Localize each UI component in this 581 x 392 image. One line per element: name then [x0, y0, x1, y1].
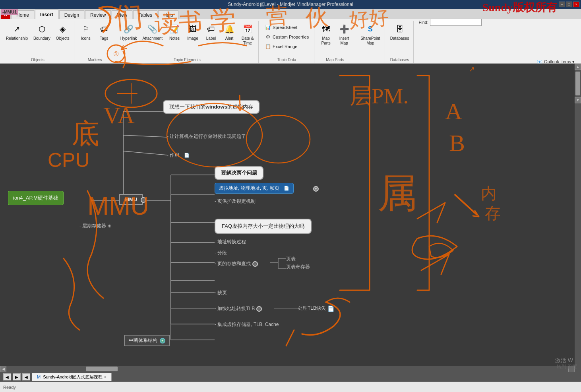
- node-faq[interactable]: FAQ虚拟内存大小一定比物理的大吗: [215, 219, 312, 234]
- map-parts-button[interactable]: 🗺 MapParts: [318, 21, 334, 47]
- tab-help[interactable]: Help: [158, 10, 178, 19]
- node-chuli-tlb[interactable]: 处理TLB缺失 📄: [298, 305, 334, 312]
- tab-label: Sundy-Android嵌入式底层课程: [43, 374, 103, 380]
- relationship-button[interactable]: ↗ Relationship: [4, 21, 30, 42]
- zuoyong-text: - 作用: [167, 152, 179, 158]
- ribbon-group-sharepoint: S SharePointMap: [356, 21, 385, 63]
- node-lianjing[interactable]: 联想一下我们的windows的虚拟内存: [163, 100, 260, 114]
- tab-view[interactable]: View: [112, 10, 132, 19]
- activation-link[interactable]: 转到 设置: [557, 363, 577, 370]
- databases-button[interactable]: 🗄 Databases: [388, 21, 411, 42]
- databases-items: 🗄 Databases: [388, 21, 411, 57]
- ribbon: S Home Insert Design Review View Tables …: [0, 9, 581, 64]
- ribbon-group-topic-data: 📊 Spreadsheet ⚙ Custom Properties 📋 Exce…: [260, 21, 314, 63]
- databases-label: Databases: [390, 36, 409, 41]
- bottom-tab-bar: ◀ ▶ ◀ M Sundy-Android嵌入式底层课程 ×: [0, 372, 581, 382]
- jiakuai-collapse[interactable]: −: [256, 306, 262, 312]
- root-node-text: ion4_AP.M硬件基础: [13, 195, 58, 201]
- relationship-label: Relationship: [6, 36, 28, 41]
- node-jisuan[interactable]: - 让计算机在运行存储时候出现问题了: [167, 133, 246, 140]
- spreadsheet-label: Spreadsheet: [273, 25, 297, 30]
- icons-button[interactable]: ⚐ Icons: [77, 21, 94, 42]
- node-jiakuai[interactable]: - 加快地址转换TLB −: [215, 305, 262, 312]
- label-button[interactable]: 🏷 Label: [203, 21, 219, 42]
- sharepoint-button[interactable]: S SharePointMap: [358, 21, 382, 47]
- document-tab[interactable]: M Sundy-Android嵌入式底层课程 ×: [32, 373, 112, 381]
- tab-tables[interactable]: Tables: [133, 10, 157, 19]
- date-button[interactable]: 📅 Date &Time: [239, 21, 256, 47]
- node-yebaohu[interactable]: - 页保护及锁定机制: [215, 198, 256, 205]
- icons-icon: ⚐: [79, 23, 92, 35]
- sharepoint-icon: S: [364, 23, 377, 35]
- nav-next-button[interactable]: ▶: [13, 373, 21, 380]
- objects-button[interactable]: ◈ Objects: [54, 21, 72, 42]
- yecunfang-collapse[interactable]: −: [252, 261, 258, 267]
- status-text: Ready: [3, 385, 16, 390]
- yaojiujue-text: 要解决两个问题: [221, 170, 257, 176]
- attachment-label: Attachment: [142, 36, 163, 41]
- tab-close-button[interactable]: ×: [104, 375, 107, 379]
- node-dizhuanzhuan[interactable]: - 地址转换过程: [215, 239, 246, 245]
- excel-range-button[interactable]: 📋 Excel Range: [262, 42, 312, 51]
- close-button[interactable]: ×: [573, 2, 579, 7]
- horizontal-scrollbar[interactable]: ◀ ▶: [0, 366, 575, 372]
- zhongduan-text: 中断体系结构: [129, 337, 157, 344]
- tab-review[interactable]: Review: [85, 10, 111, 19]
- node-cunchuqi[interactable]: - 层期存储器 ⊕: [79, 223, 112, 229]
- node-zuoyong[interactable]: - 作用 📄: [167, 152, 190, 159]
- tab-insert[interactable]: Insert: [35, 10, 58, 19]
- vertical-scrollbar[interactable]: ▲ ▼: [575, 64, 581, 372]
- tags-label: Tags: [100, 36, 108, 41]
- scroll-thumb-h[interactable]: [86, 367, 118, 371]
- find-label: Find:: [419, 20, 428, 25]
- objects-group-label: Objects: [31, 58, 45, 62]
- notes-button[interactable]: 📝 Notes: [166, 21, 183, 42]
- scroll-up-arrow[interactable]: ▲: [575, 64, 581, 70]
- attachment-icon: 📎: [146, 23, 159, 35]
- root-node[interactable]: ion4_AP.M硬件基础: [8, 191, 64, 205]
- scroll-left-arrow[interactable]: ◀: [0, 366, 6, 372]
- attachment-button[interactable]: 📎 Attachment: [140, 21, 165, 42]
- alert-button[interactable]: 🔔 Alert: [221, 21, 238, 42]
- spreadsheet-button[interactable]: 📊 Spreadsheet: [262, 23, 312, 32]
- yebiaojicunqi-text: 页表寄存器: [286, 264, 310, 270]
- node-yecunfang[interactable]: - 页的存放和查找 −: [215, 260, 258, 267]
- node-xunidizhi[interactable]: 虚拟地址, 物理地址, 页, 帧页 📄: [215, 183, 294, 194]
- node-fenduan[interactable]: - 分段: [215, 250, 227, 256]
- node-yebiaojicunqi[interactable]: 页表寄存器: [286, 264, 310, 270]
- mmu-collapse[interactable]: −: [141, 197, 146, 203]
- xunidizhi-icon: 📄: [284, 186, 289, 190]
- mmu-node[interactable]: MMU: [119, 194, 143, 205]
- find-input[interactable]: [430, 19, 482, 26]
- xunidizhi-collapse[interactable]: +: [313, 186, 319, 192]
- node-jicheng[interactable]: - 集成虚拟存储器, TLB, Cache: [215, 321, 279, 328]
- image-button[interactable]: 🖼 Image: [184, 21, 201, 42]
- scroll-down-arrow[interactable]: ▼: [575, 97, 581, 103]
- insert-map-label: InsertMap: [339, 36, 349, 46]
- tags-button[interactable]: 🏷 Tags: [96, 21, 112, 42]
- boundary-button[interactable]: ⬡ Boundary: [31, 21, 52, 42]
- minimize-button[interactable]: −: [559, 2, 565, 7]
- queyue-text: - 缺页: [215, 290, 227, 295]
- ribbon-group-databases: 🗄 Databases Databases: [386, 21, 414, 63]
- node-yebiao[interactable]: 页表: [286, 256, 296, 262]
- map-parts-label: MapParts: [321, 36, 330, 46]
- nav-prev-button[interactable]: ◀: [3, 373, 11, 380]
- mindmap-canvas[interactable]: ion4_AP.M硬件基础 MMU − 联想一下我们的windows的虚拟内存 …: [0, 64, 575, 372]
- maximize-button[interactable]: □: [566, 2, 572, 7]
- hyperlink-button[interactable]: 🔗 Hyperlink: [118, 21, 139, 42]
- node-queyue[interactable]: - 缺页: [215, 289, 227, 296]
- topic-data-group-label: Topic Data: [277, 58, 296, 62]
- scroll-thumb-v[interactable]: [575, 72, 580, 95]
- node-zhongduan[interactable]: 中断体系结构 +: [124, 335, 170, 346]
- tab-design[interactable]: Design: [59, 10, 84, 19]
- nav-scroll-button[interactable]: ◀: [22, 373, 30, 380]
- node-yaojiujue[interactable]: 要解决两个问题: [215, 166, 263, 180]
- titlebar: Sundy-Android低Level - Mindjet MindManage…: [0, 0, 581, 9]
- insert-map-button[interactable]: ➕ InsertMap: [336, 21, 352, 47]
- spreadsheet-icon: 📊: [265, 24, 271, 31]
- custom-properties-label: Custom Properties: [273, 35, 309, 39]
- custom-properties-button[interactable]: ⚙ Custom Properties: [262, 33, 312, 41]
- zhongduan-expand[interactable]: +: [160, 338, 165, 343]
- svg-line-6: [123, 151, 167, 155]
